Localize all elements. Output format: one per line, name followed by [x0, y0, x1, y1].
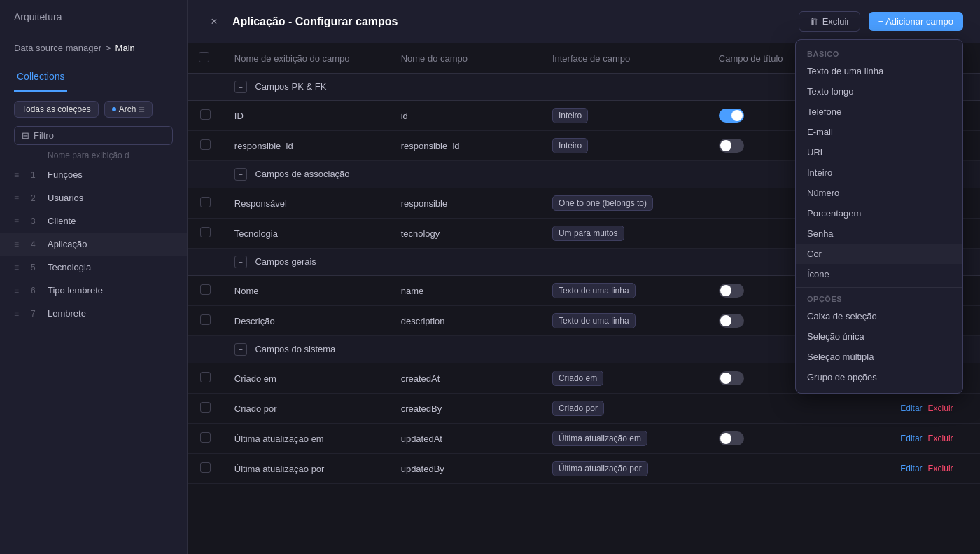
- display-name-cell: ID: [223, 101, 390, 131]
- interface-badge: Texto de uma linha: [552, 283, 636, 298]
- list-item[interactable]: ≡ 2 Usuários: [0, 186, 187, 209]
- title-toggle-cell: [708, 394, 799, 424]
- edit-link[interactable]: Editar: [900, 464, 922, 473]
- edit-link[interactable]: Editar: [900, 434, 922, 443]
- dropdown-item[interactable]: Telefone: [796, 102, 962, 122]
- interface-cell: Inteiro: [541, 101, 708, 131]
- row-checkbox[interactable]: [200, 284, 211, 295]
- item-label: Tipo lembrete: [48, 285, 173, 296]
- delete-label: Excluir: [822, 16, 850, 27]
- dropdown-item-cor[interactable]: Cor: [796, 244, 962, 264]
- row-checkbox[interactable]: [200, 197, 211, 207]
- row-checkbox[interactable]: [200, 227, 211, 237]
- close-button[interactable]: ×: [204, 12, 224, 32]
- dropdown-item[interactable]: Ícone: [796, 264, 962, 284]
- dropdown-item[interactable]: Porcentagem: [796, 203, 962, 223]
- title-toggle-cell: [708, 188, 799, 219]
- section-collapse-system[interactable]: −: [234, 343, 247, 356]
- dropdown-section-options: Opções: [796, 291, 962, 306]
- item-label: Tecnologia: [48, 262, 173, 272]
- actions-cell: EditarExcluir: [889, 424, 980, 454]
- table-row: Última atualização em updatedAt Última a…: [188, 424, 980, 454]
- dropdown-item[interactable]: URL: [796, 142, 962, 162]
- action-links: EditarExcluir: [900, 434, 969, 443]
- edit-link[interactable]: Editar: [900, 403, 922, 413]
- tab-collections[interactable]: Collections: [14, 62, 67, 92]
- title-toggle[interactable]: [719, 284, 744, 298]
- dropdown-item[interactable]: Texto de uma linha: [796, 61, 962, 81]
- interface-cell: One to one (belongs to): [541, 188, 708, 219]
- arch-dot: [112, 107, 116, 111]
- title-toggle[interactable]: [719, 371, 744, 385]
- breadcrumb-parent[interactable]: Data source manager: [14, 43, 102, 53]
- title-toggle[interactable]: [719, 109, 744, 123]
- arch-tag[interactable]: Arch ☰: [104, 101, 153, 118]
- dropdown-item[interactable]: Caixa de seleção: [796, 306, 962, 326]
- item-label: Cliente: [48, 216, 173, 226]
- item-num: 6: [31, 286, 48, 296]
- interface-badge: Um para muitos: [552, 226, 624, 241]
- list-item[interactable]: ≡ 5 Tecnologia: [0, 256, 187, 279]
- drag-icon: ≡: [14, 216, 31, 226]
- delete-button[interactable]: 🗑 Excluir: [799, 11, 860, 32]
- dropdown-item[interactable]: Inteiro: [796, 162, 962, 183]
- desc-cell: [799, 394, 890, 424]
- list-item[interactable]: ≡ 1 Funções: [0, 163, 187, 186]
- row-checkbox[interactable]: [200, 139, 211, 150]
- main-panel: × Aplicação - Configurar campos 🗑 Exclui…: [188, 0, 980, 554]
- dropdown-item[interactable]: Seleção múltipla: [796, 347, 962, 367]
- section-label: Campos do sistema: [255, 344, 335, 354]
- action-links: EditarExcluir: [900, 464, 969, 473]
- actions-cell: EditarExcluir: [889, 454, 980, 484]
- modal-title: Aplicação - Configurar campos: [232, 15, 790, 28]
- interface-badge: Criado por: [552, 401, 604, 416]
- action-links: EditarExcluir: [900, 403, 969, 413]
- dropdown-item[interactable]: Texto longo: [796, 81, 962, 102]
- all-collections-tag[interactable]: Todas as coleções: [14, 101, 99, 118]
- interface-cell: Última atualização por: [541, 454, 708, 484]
- title-toggle[interactable]: [719, 139, 744, 153]
- display-name-cell: responsible_id: [223, 131, 390, 161]
- add-field-dropdown: Básico Texto de uma linha Texto longo Te…: [795, 39, 963, 394]
- dropdown-item[interactable]: Senha: [796, 223, 962, 244]
- delete-link[interactable]: Excluir: [928, 464, 953, 473]
- field-name-cell: updatedBy: [390, 454, 541, 484]
- dropdown-item[interactable]: Número: [796, 183, 962, 203]
- row-checkbox[interactable]: [200, 462, 211, 473]
- filter-button[interactable]: ⊟ Filtro: [14, 126, 173, 145]
- section-collapse-assoc[interactable]: −: [234, 168, 247, 181]
- section-collapse-pk[interactable]: −: [234, 81, 247, 93]
- title-toggle[interactable]: [719, 431, 744, 445]
- item-num: 2: [31, 193, 48, 203]
- sidebar-tabs: Collections: [0, 62, 187, 92]
- list-item-active[interactable]: ≡ 4 Aplicação: [0, 233, 187, 256]
- interface-cell: Um para muitos: [541, 219, 708, 249]
- collection-controls: Todas as coleções Arch ☰: [0, 92, 187, 126]
- dropdown-item[interactable]: Grupo de opções: [796, 367, 962, 387]
- item-num: 5: [31, 263, 48, 272]
- desc-cell: [799, 424, 890, 454]
- item-label: Usuários: [48, 193, 173, 203]
- row-checkbox[interactable]: [200, 402, 211, 413]
- row-checkbox[interactable]: [200, 372, 211, 382]
- list-item[interactable]: ≡ 6 Tipo lembrete: [0, 279, 187, 302]
- select-all-checkbox[interactable]: [199, 52, 209, 62]
- section-collapse-general[interactable]: −: [234, 256, 247, 268]
- row-checkbox[interactable]: [200, 109, 211, 120]
- field-name-cell: responsible: [390, 188, 541, 219]
- arch-label: Arch: [119, 104, 136, 114]
- add-field-button[interactable]: + Adicionar campo: [869, 12, 963, 31]
- list-item[interactable]: ≡ 7 Lembrete: [0, 302, 187, 325]
- title-toggle[interactable]: [719, 314, 744, 328]
- interface-badge: Criado em: [552, 371, 603, 386]
- dropdown-item[interactable]: E-mail: [796, 122, 962, 142]
- row-checkbox[interactable]: [200, 314, 211, 325]
- item-num: 1: [31, 170, 48, 180]
- delete-link[interactable]: Excluir: [928, 403, 953, 413]
- interface-badge: Última atualização por: [552, 461, 648, 476]
- interface-badge: One to one (belongs to): [552, 195, 653, 211]
- row-checkbox[interactable]: [200, 432, 211, 443]
- delete-link[interactable]: Excluir: [928, 434, 953, 443]
- dropdown-item[interactable]: Seleção única: [796, 326, 962, 347]
- list-item[interactable]: ≡ 3 Cliente: [0, 209, 187, 233]
